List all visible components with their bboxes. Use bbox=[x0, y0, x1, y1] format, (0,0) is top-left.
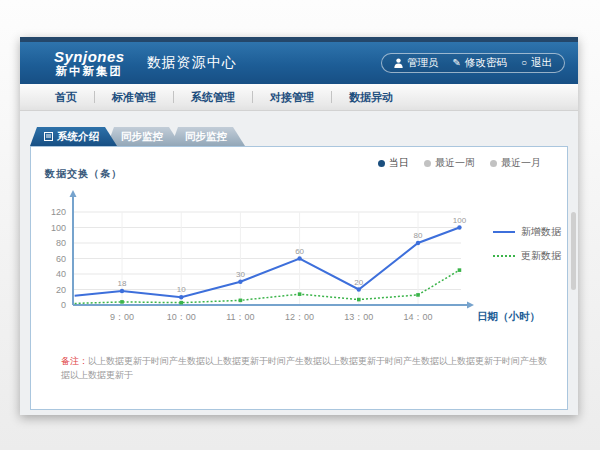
legend-item-new-data: 新增数据 bbox=[493, 225, 561, 239]
radio-dot-icon bbox=[424, 160, 431, 167]
filter-last-month-label: 最近一月 bbox=[501, 156, 541, 170]
nav-item-standards[interactable]: 标准管理 bbox=[95, 90, 173, 105]
svg-text:60: 60 bbox=[56, 254, 66, 264]
nav-item-home[interactable]: 首页 bbox=[38, 90, 94, 105]
svg-text:20: 20 bbox=[56, 285, 66, 295]
tab-label: 系统介绍 bbox=[57, 130, 99, 144]
svg-text:10：00: 10：00 bbox=[167, 312, 196, 322]
svg-text:11：00: 11：00 bbox=[226, 312, 254, 322]
svg-text:80: 80 bbox=[414, 231, 423, 240]
svg-text:13：00: 13：00 bbox=[344, 312, 373, 322]
svg-text:100: 100 bbox=[51, 223, 66, 233]
svg-text:18: 18 bbox=[118, 279, 127, 288]
line-chart: 0204060801001209：0010：0011：0012：0013：001… bbox=[31, 187, 551, 332]
footnote-prefix: 备注： bbox=[61, 356, 88, 366]
svg-text:14：00: 14：00 bbox=[403, 312, 432, 322]
tab-system-intro[interactable]: 系统介绍 bbox=[30, 127, 117, 146]
svg-text:20: 20 bbox=[354, 278, 363, 287]
nav-item-integration[interactable]: 对接管理 bbox=[253, 90, 331, 105]
chart-panel: 当日 最近一周 最近一月 数据交换（条） 0204060801001209：00… bbox=[30, 146, 568, 410]
edit-icon: ✎ bbox=[453, 58, 461, 68]
filter-last-week-label: 最近一周 bbox=[435, 156, 475, 170]
change-password-label: 修改密码 bbox=[465, 56, 507, 70]
svg-text:日期（小时）: 日期（小时） bbox=[477, 310, 540, 323]
admin-user-button[interactable]: 管理员 bbox=[394, 56, 439, 70]
change-password-button[interactable]: ✎ 修改密码 bbox=[453, 56, 507, 70]
tab-label: 同步监控 bbox=[121, 130, 163, 144]
document-icon bbox=[44, 131, 53, 143]
app-window: Synjones 新中新集团 数据资源中心 管理员 ✎ 修改密码 ○ 退出 首页… bbox=[20, 37, 578, 415]
main-nav: 首页 标准管理 系统管理 对接管理 数据异动 bbox=[20, 84, 578, 111]
tab-sync-monitor-2[interactable]: 同步监控 bbox=[171, 127, 245, 146]
tab-bar: 系统介绍 同步监控 同步监控 bbox=[30, 127, 235, 146]
filter-today[interactable]: 当日 bbox=[378, 156, 409, 170]
footnote: 备注：以上数据更新于时间产生数据以上数据更新于时间产生数据以上数据更新于时间产生… bbox=[61, 355, 547, 382]
company-logo: Synjones 新中新集团 bbox=[54, 49, 125, 77]
green-dotted-line-sample-icon bbox=[493, 255, 515, 257]
svg-text:120: 120 bbox=[51, 207, 66, 217]
y-axis-title: 数据交换（条） bbox=[45, 167, 122, 181]
svg-text:9：00: 9：00 bbox=[110, 312, 134, 322]
footnote-text: 以上数据更新于时间产生数据以上数据更新于时间产生数据以上数据更新于时间产生数据以… bbox=[61, 356, 547, 380]
line-chart-svg: 0204060801001209：0010：0011：0012：0013：001… bbox=[31, 187, 551, 332]
svg-text:80: 80 bbox=[56, 238, 66, 248]
logout-button[interactable]: ○ 退出 bbox=[521, 56, 552, 70]
legend-label: 新增数据 bbox=[521, 225, 561, 239]
svg-text:30: 30 bbox=[236, 270, 245, 279]
nav-item-data-changes[interactable]: 数据异动 bbox=[332, 90, 410, 105]
svg-text:10: 10 bbox=[177, 285, 186, 294]
power-icon: ○ bbox=[521, 58, 527, 68]
filter-today-label: 当日 bbox=[389, 156, 409, 170]
svg-text:100: 100 bbox=[453, 216, 467, 225]
admin-user-label: 管理员 bbox=[407, 56, 439, 70]
svg-text:60: 60 bbox=[295, 247, 304, 256]
page-title: 数据资源中心 bbox=[147, 54, 237, 72]
time-range-filter: 当日 最近一周 最近一月 bbox=[378, 156, 541, 170]
radio-dot-icon bbox=[378, 160, 385, 167]
legend-item-updated-data: 更新数据 bbox=[493, 249, 561, 263]
app-header: Synjones 新中新集团 数据资源中心 管理员 ✎ 修改密码 ○ 退出 bbox=[20, 42, 578, 84]
user-icon bbox=[394, 58, 403, 68]
chart-legend: 新增数据 更新数据 bbox=[493, 225, 561, 263]
user-toolbar: 管理员 ✎ 修改密码 ○ 退出 bbox=[381, 53, 565, 73]
nav-item-system[interactable]: 系统管理 bbox=[174, 90, 252, 105]
logo-company-name: 新中新集团 bbox=[54, 65, 125, 77]
svg-text:40: 40 bbox=[56, 269, 66, 279]
filter-last-month[interactable]: 最近一月 bbox=[490, 156, 541, 170]
logout-label: 退出 bbox=[531, 56, 552, 70]
scrollbar-thumb[interactable] bbox=[571, 212, 576, 290]
svg-text:0: 0 bbox=[61, 300, 66, 310]
filter-last-week[interactable]: 最近一周 bbox=[424, 156, 475, 170]
logo-brand-text: Synjones bbox=[54, 49, 125, 65]
radio-dot-icon bbox=[490, 160, 497, 167]
tab-label: 同步监控 bbox=[185, 130, 227, 144]
blue-line-sample-icon bbox=[493, 231, 515, 233]
tab-sync-monitor-1[interactable]: 同步监控 bbox=[107, 127, 181, 146]
legend-label: 更新数据 bbox=[521, 249, 561, 263]
svg-text:12：00: 12：00 bbox=[285, 312, 314, 322]
